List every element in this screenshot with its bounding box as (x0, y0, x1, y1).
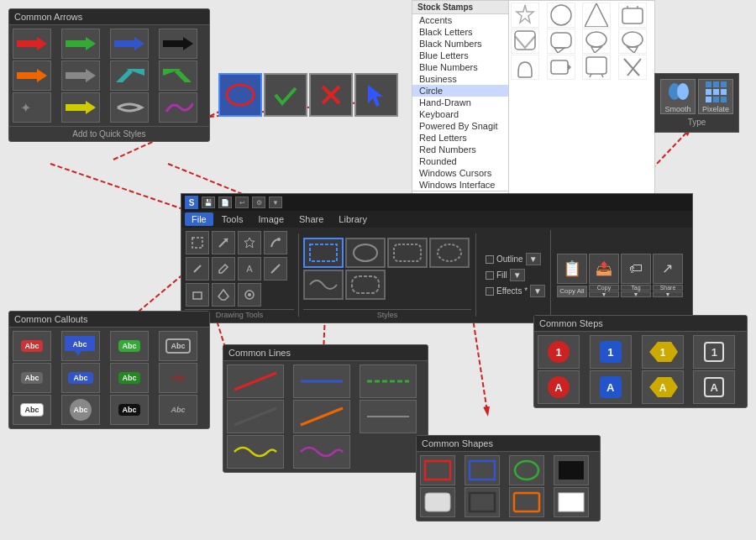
style-cell-5[interactable] (345, 270, 386, 300)
text-tool[interactable]: A (238, 257, 261, 280)
line-cell[interactable] (293, 364, 350, 398)
star-tool[interactable] (238, 231, 261, 254)
step-cell[interactable]: 1 (590, 335, 632, 369)
type-pixelate-btn[interactable]: Pixelate (698, 79, 733, 114)
shape-cell[interactable] (554, 487, 589, 517)
shape-cell[interactable] (509, 487, 544, 517)
paint-tool[interactable] (264, 231, 287, 254)
callout-cell[interactable]: Abc (110, 395, 149, 425)
style-cell-1[interactable] (345, 238, 386, 268)
arrow-cell[interactable] (159, 92, 197, 123)
stamp-symbol[interactable] (511, 29, 539, 54)
callout-cell[interactable]: Abc (110, 363, 149, 393)
callout-cell[interactable]: Abc (159, 395, 197, 425)
callout-cell[interactable]: Abc (159, 331, 197, 361)
copy-label[interactable]: Copy (589, 285, 619, 291)
stamp-category-item[interactable]: Black Numbers (412, 38, 508, 50)
menu-file[interactable]: File (185, 212, 213, 226)
shape-cell[interactable] (465, 455, 500, 485)
select-tool[interactable] (186, 231, 209, 254)
quick-shape-ellipse[interactable] (218, 73, 262, 117)
outline-dropdown[interactable]: ▼ (526, 253, 541, 265)
arrow-tool[interactable] (212, 231, 235, 254)
stamp-category-item[interactable]: Red Numbers (412, 144, 508, 155)
stamp-category-item[interactable]: Circle (412, 85, 508, 97)
callout-cell[interactable]: Abc (13, 363, 51, 393)
copy-all-icon[interactable]: 📋 (557, 254, 587, 284)
arrows-panel-footer[interactable]: Add to Quick Styles (9, 126, 209, 141)
line-cell[interactable] (293, 435, 350, 469)
share-icon[interactable]: ↗ (653, 254, 683, 284)
stamp-symbol[interactable] (582, 3, 611, 28)
fill-tool[interactable] (212, 283, 235, 307)
callout-cell[interactable]: Abc (61, 331, 100, 361)
tag-label[interactable]: Tag (621, 285, 651, 291)
blur-tool[interactable] (238, 283, 261, 307)
callout-cell[interactable]: Abc (61, 363, 100, 393)
arrow-cell[interactable] (13, 29, 51, 59)
step-cell[interactable]: A (693, 370, 735, 404)
stamp-symbol[interactable] (547, 29, 575, 54)
stamp-category-item[interactable]: Blue Numbers (412, 61, 508, 73)
stamp-category-item[interactable]: Windows Cursors (412, 167, 508, 179)
copy-dropdown[interactable]: ▼ (589, 291, 619, 297)
stamp-category-item[interactable]: Black Letters (412, 26, 508, 38)
callout-cell[interactable]: Abc (61, 395, 100, 425)
stamp-category-item[interactable]: Blue Letters (412, 50, 508, 61)
shape-cell[interactable] (554, 455, 589, 485)
menu-image[interactable]: Image (251, 212, 291, 226)
arrow-cell[interactable] (110, 29, 149, 59)
menu-share[interactable]: Share (292, 212, 330, 226)
shape-cell[interactable] (509, 455, 544, 485)
arrow-cell[interactable]: ✦ (13, 92, 51, 123)
step-cell[interactable]: A (642, 370, 684, 404)
arrow-cell[interactable] (13, 60, 51, 91)
settings-icon[interactable]: ⚙ (252, 197, 265, 208)
stamp-symbol[interactable] (582, 55, 611, 80)
stamp-category-item[interactable]: Windows Interface (412, 179, 508, 191)
copy-all-label[interactable]: Copy All (557, 286, 587, 297)
stamp-symbol[interactable] (511, 55, 539, 80)
quick-shape-checkmark[interactable] (264, 73, 307, 117)
stamp-category-item[interactable]: Keyboard (412, 108, 508, 120)
stamp-category-item[interactable]: Powered By Snagit (412, 120, 508, 132)
stamp-category-item[interactable]: Accents (412, 14, 508, 26)
stamp-symbol[interactable] (618, 3, 647, 28)
stamp-category-item[interactable]: Red Letters (412, 132, 508, 144)
shape-cell[interactable] (420, 455, 455, 485)
arrow-cell[interactable] (61, 92, 100, 123)
stamp-symbol[interactable] (618, 29, 647, 54)
outline-checkbox[interactable] (486, 255, 494, 264)
share-dropdown[interactable]: ▼ (653, 291, 683, 297)
line-cell[interactable] (360, 364, 417, 398)
fill-checkbox[interactable] (486, 271, 494, 280)
arrow-cell[interactable] (159, 29, 197, 59)
style-cell-dashed[interactable] (303, 238, 344, 268)
step-cell[interactable]: A (538, 370, 580, 404)
stamp-category-item[interactable]: Business (412, 73, 508, 85)
effects-dropdown[interactable]: ▼ (530, 285, 545, 297)
callout-cell[interactable]: Abc (110, 331, 149, 361)
stamp-symbol[interactable] (547, 3, 575, 28)
effects-checkbox[interactable] (486, 287, 494, 296)
line-cell[interactable] (360, 400, 417, 433)
line-cell[interactable] (227, 435, 284, 469)
line-cell[interactable] (293, 400, 350, 433)
dropper-tool[interactable] (212, 257, 235, 280)
copy-icon[interactable]: 📤 (589, 254, 619, 284)
tag-dropdown[interactable]: ▼ (621, 291, 651, 297)
stamp-symbol[interactable] (511, 3, 539, 28)
step-cell[interactable]: A (590, 370, 632, 404)
stamp-symbol[interactable] (618, 55, 647, 80)
line-tool[interactable] (264, 257, 287, 280)
stamp-symbol[interactable] (582, 29, 611, 54)
share-label[interactable]: Share (653, 285, 683, 291)
save-icon[interactable]: 💾 (202, 197, 215, 208)
callout-cell[interactable]: Abc (13, 395, 51, 425)
more-icon[interactable]: ▼ (269, 197, 282, 208)
stamp-category-item[interactable]: Rounded (412, 155, 508, 167)
style-cell-4[interactable] (303, 270, 344, 300)
pencil-tool[interactable] (186, 257, 209, 280)
type-smooth-btn[interactable]: Smooth (660, 79, 696, 114)
new-icon[interactable]: 📄 (218, 197, 232, 208)
